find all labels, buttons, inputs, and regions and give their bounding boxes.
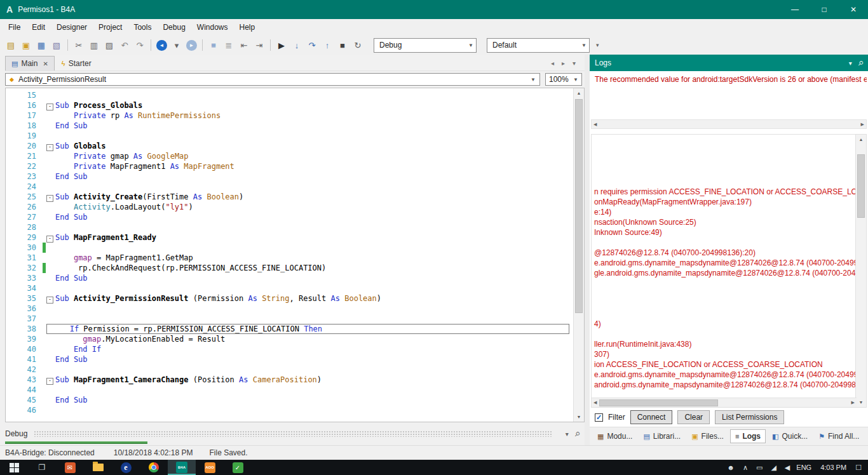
code-line[interactable]: 26 Activity.LoadLayout("ly1") [6,202,573,212]
cut-icon[interactable]: ✂ [72,38,86,52]
tab-find-all[interactable]: ⚑Find All... [814,429,864,443]
tab-scroll-left-icon[interactable]: ◂ [551,60,554,67]
code-line[interactable]: 15 [6,90,573,100]
toolbar-overflow-icon[interactable]: ▾ [596,42,599,48]
scroll-left-icon[interactable] [593,122,597,127]
clock[interactable]: 4:03 PM [820,464,846,471]
scroll-up-icon[interactable] [856,135,866,144]
scrollbar-thumb[interactable] [599,399,718,406]
comment-icon[interactable]: ≡ [207,38,220,52]
code-line[interactable]: 39 gmap.MyLocationEnabled = Result [6,334,573,344]
scroll-left-icon[interactable] [593,400,597,405]
menu-help[interactable]: Help [234,19,261,36]
menu-windows[interactable]: Windows [191,19,234,36]
code-line[interactable]: 35-Sub Activity_PermissionResult (Permis… [6,293,573,304]
menu-tools[interactable]: Tools [128,19,157,36]
scroll-up-icon[interactable] [574,88,584,98]
tab-quick[interactable]: ◧Quick... [768,429,812,443]
tab-close-icon[interactable]: ✕ [43,60,48,67]
menu-file[interactable]: File [3,19,26,36]
chevron-down-icon[interactable] [849,60,852,67]
code-line[interactable]: 42 [6,365,573,375]
save-icon[interactable]: ▦ [34,38,48,52]
pin-icon[interactable] [858,60,863,67]
code-line[interactable]: 41End Sub [6,354,573,365]
code-line[interactable]: 28 [6,222,573,232]
filter-checkbox[interactable] [595,413,603,422]
paste-icon[interactable]: ▨ [102,38,116,52]
show-hidden-icons-chevron[interactable]: ∧ [743,464,748,472]
maximize-button[interactable]: □ [810,0,839,19]
code-line[interactable]: 21 Private gmap As GoogleMap [6,151,573,161]
file-explorer-icon[interactable] [84,460,112,475]
tab-modules[interactable]: ▦Modu... [593,429,637,443]
vertical-splitter[interactable] [585,55,590,445]
tab-starter[interactable]: ϟStarter [56,56,97,70]
menu-edit[interactable]: Edit [26,19,51,36]
indent-icon[interactable]: ⇥ [252,38,266,52]
copy-icon[interactable]: ▥ [87,38,101,52]
code-lines[interactable]: 1516-Sub Process_Globals17 Private rp As… [6,88,573,422]
code-line[interactable]: 34 [6,283,573,293]
code-line[interactable]: 33End Sub [6,273,573,283]
menu-designer[interactable]: Designer [51,19,93,36]
run-icon[interactable]: ▶ [275,38,288,52]
scroll-right-icon[interactable] [861,122,864,127]
code-line[interactable]: 31 gmap = MapFragment1.GetMap [6,253,573,263]
code-line[interactable]: 19 [6,131,573,141]
stop-icon[interactable]: ■ [336,38,349,52]
scrollbar-track[interactable] [574,98,584,412]
openoffice-app-icon[interactable]: AOO [196,460,224,475]
navigate-forward-icon[interactable]: ► [186,40,197,51]
step-over-icon[interactable]: ↷ [305,38,319,52]
code-line[interactable]: 46 [6,405,573,415]
tab-main[interactable]: ▤Main✕ [5,56,55,70]
navigate-back-icon[interactable]: ◄ [156,40,167,51]
language-indicator[interactable]: ENG [796,464,811,471]
active-sub-dropdown[interactable]: ◆ Activity_PermissionResult [5,73,540,86]
code-line[interactable]: 36 [6,304,573,314]
green-app-icon[interactable]: ✓ [224,460,252,475]
scrollbar-track[interactable] [856,144,866,398]
step-into-icon[interactable]: ↓ [290,38,304,52]
code-line[interactable]: 45End Sub [6,395,573,405]
minimize-button[interactable]: — [780,0,810,19]
navigate-back-caret-icon[interactable]: ▾ [170,38,184,52]
edge-app-icon[interactable]: e [112,460,140,475]
tab-scroll-right-icon[interactable]: ▸ [562,60,565,67]
log-vertical-scrollbar[interactable] [855,135,866,407]
scrollbar-thumb[interactable] [575,99,583,313]
redo-icon[interactable]: ↷ [133,38,147,52]
close-button[interactable]: ✕ [839,0,868,19]
warning-horizontal-scrollbar[interactable] [591,119,867,129]
code-line[interactable]: 37 [6,314,573,324]
chevron-down-icon[interactable] [566,431,569,438]
code-line[interactable]: 43-Sub MapFragment1_CameraChange (Positi… [6,375,573,385]
chrome-app-icon[interactable] [140,460,168,475]
display-tray-icon[interactable]: ▭ [756,464,763,472]
code-line[interactable]: 32 rp.CheckAndRequest(rp.PERMISSION_ACCE… [6,263,573,273]
b4a-app-icon[interactable]: B4A [168,460,196,475]
pin-icon[interactable] [575,431,580,438]
visual-designer-icon[interactable]: ▧ [50,38,64,52]
people-icon[interactable]: ☻ [727,464,735,471]
new-module-icon[interactable]: ▤ [4,38,18,52]
open-project-icon[interactable]: ▣ [19,38,33,52]
uncomment-icon[interactable]: ≣ [222,38,236,52]
action-center-icon[interactable]: ☐ [855,464,862,472]
list-permissions-button[interactable]: List Permissions [715,410,784,424]
task-view-button[interactable]: ❐ [28,460,56,475]
editor-vertical-scrollbar[interactable] [573,88,584,422]
tab-list-icon[interactable]: ▾ [573,60,576,67]
volume-tray-icon[interactable]: ◀ [785,464,790,472]
code-line[interactable]: 16-Sub Process_Globals [6,100,573,110]
code-line[interactable]: 30 [6,243,573,253]
code-line[interactable]: 27End Sub [6,212,573,222]
menu-project[interactable]: Project [93,19,128,36]
network-tray-icon[interactable]: ◢ [771,464,776,472]
code-line[interactable]: 20-Sub Globals [6,141,573,151]
menu-debug[interactable]: Debug [157,19,191,36]
build-configuration-dropdown[interactable]: Debug [374,38,477,53]
scroll-right-icon[interactable] [851,400,855,405]
code-line[interactable]: 38 If Permission = rp.PERMISSION_ACCESS_… [6,324,573,334]
